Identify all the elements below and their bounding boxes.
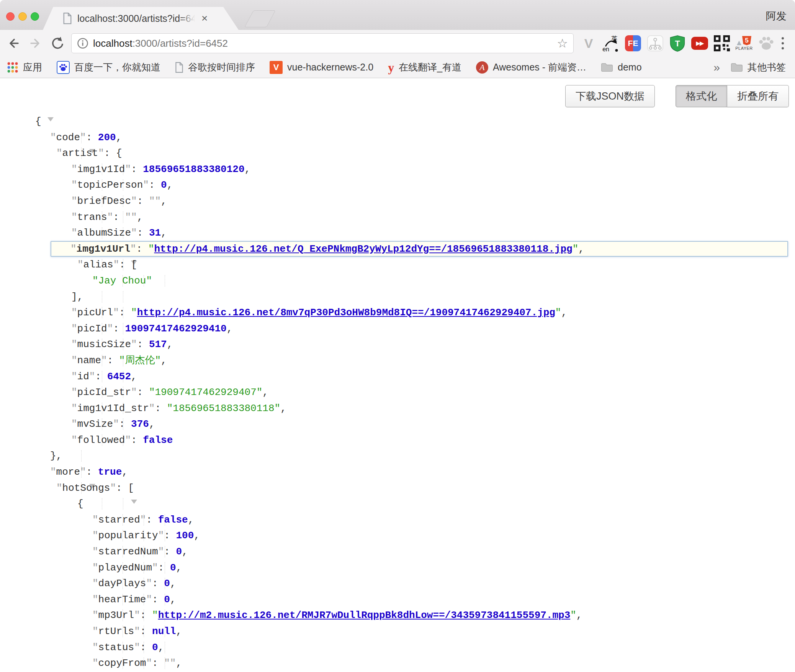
json-punctuation: :	[152, 657, 164, 669]
browser-menu-button[interactable]	[775, 30, 790, 57]
json-key: followed	[77, 434, 125, 446]
json-punctuation: :	[95, 371, 107, 382]
json-quote: "	[71, 179, 77, 191]
json-quote: "	[152, 610, 158, 621]
url-text[interactable]: localhost:3000/artists?id=6452	[93, 38, 228, 49]
window-minimize-button[interactable]	[18, 12, 27, 21]
json-quote: "	[71, 418, 77, 430]
json-quote: "	[134, 626, 140, 637]
json-value: 31	[149, 227, 161, 239]
json-quote: "	[125, 434, 131, 446]
json-quote: "	[125, 164, 131, 175]
json-punctuation: ,	[245, 164, 251, 175]
tab-close-icon[interactable]: ×	[201, 7, 208, 30]
json-punctuation: :	[113, 323, 125, 334]
json-quote: "	[570, 610, 576, 621]
json-link-value[interactable]: http://m2.music.126.net/RMJR7wDullRqppBk…	[158, 610, 571, 621]
json-quote: "	[107, 323, 113, 334]
json-punctuation: ,	[561, 307, 567, 318]
json-line: "starred": false,	[0, 512, 795, 528]
back-button[interactable]	[3, 30, 25, 57]
bookmark-vue-hackernews[interactable]: Vvue-hackernews-2.0	[270, 61, 373, 74]
extension-fe-toolbox-icon[interactable]: FE	[624, 33, 642, 54]
extension-vue-devtools-icon[interactable]: V	[580, 33, 597, 54]
extension-translate-icon[interactable]: 英en	[602, 33, 620, 54]
json-punctuation: ,	[167, 339, 173, 350]
json-punctuation: ,	[149, 418, 155, 430]
json-quote: "	[71, 211, 77, 223]
json-key: hearTime	[98, 594, 146, 605]
json-quote: "	[71, 434, 77, 446]
extension-paw-icon[interactable]	[757, 33, 775, 54]
json-value: false	[143, 434, 173, 446]
json-quote: "	[92, 657, 98, 669]
download-json-button[interactable]: 下载JSON数据	[565, 85, 655, 107]
json-punctuation: :	[137, 227, 149, 239]
json-key: artist	[62, 148, 98, 159]
json-key: albumSize	[77, 227, 131, 239]
page-info-icon[interactable]	[77, 38, 88, 49]
bookmark-other-bookmarks[interactable]: 其他书签	[731, 61, 786, 74]
json-punctuation: :	[158, 562, 170, 574]
json-quote: "	[134, 610, 140, 621]
json-link-value[interactable]: http://p4.music.126.net/Q_ExePNkmgB2yWyL…	[154, 243, 572, 255]
json-quote: "	[275, 403, 281, 414]
bookmark-star-icon[interactable]: ☆	[557, 37, 568, 49]
browser-toolbar: localhost:3000/artists?id=6452 ☆ V英enFET…	[0, 30, 795, 57]
json-line: "albumSize": 31,	[0, 225, 795, 241]
extension-qr-code-icon[interactable]	[713, 33, 731, 54]
reload-button[interactable]	[47, 30, 68, 57]
json-line: "name": "周杰伦",	[0, 353, 795, 369]
json-line: "code": 200,	[0, 130, 795, 146]
json-punctuation: :	[137, 339, 149, 350]
bookmark-baidu[interactable]: 百度一下，你就知道	[57, 61, 160, 74]
bookmarks-overflow-chevron[interactable]: »	[713, 61, 720, 74]
address-bar[interactable]: localhost:3000/artists?id=6452 ☆	[71, 33, 574, 53]
json-key: dayPlays	[98, 578, 146, 589]
json-quote: "	[71, 195, 77, 207]
json-punctuation: {	[35, 116, 41, 127]
json-quote: "	[149, 387, 155, 398]
bookmark-apps[interactable]: 应用	[7, 61, 42, 74]
profile-name[interactable]: 阿发	[766, 9, 787, 23]
extension-sitemap-icon[interactable]	[646, 33, 664, 54]
window-zoom-button[interactable]	[31, 12, 39, 21]
json-quote: "	[131, 387, 137, 398]
bookmark-google-sorted[interactable]: 谷歌按时间排序	[175, 61, 255, 74]
extension-video-downloader-icon[interactable]: ▶▶	[691, 33, 708, 54]
json-link-value[interactable]: http://p4.music.126.net/8mv7qP30Pd3oHW8b…	[137, 307, 555, 318]
json-line: "img1v1Id_str": "18569651883380118",	[0, 401, 795, 417]
json-quote: "	[146, 578, 152, 589]
traffic-lights	[6, 12, 39, 21]
json-key: topicPerson	[77, 179, 143, 191]
bookmark-youdao-translate[interactable]: y在线翻译_有道	[388, 61, 461, 74]
bookmark-demo-folder[interactable]: demo	[601, 62, 642, 73]
baidu-paw-icon	[57, 61, 70, 74]
indent-guide	[165, 642, 165, 653]
new-tab-button[interactable]	[244, 10, 275, 27]
json-quote: "	[77, 259, 83, 270]
browser-tab[interactable]: localhost:3000/artists?id=645 ×	[43, 7, 239, 30]
json-value: 517	[149, 339, 167, 350]
json-key: more	[56, 466, 80, 478]
json-punctuation: :	[136, 243, 148, 255]
json-quote: "	[92, 514, 98, 526]
extension-html5-player-icon[interactable]: 5PLAYER	[735, 33, 753, 54]
json-punctuation: :	[152, 578, 164, 589]
forward-button[interactable]	[25, 30, 46, 57]
json-value: false	[158, 514, 188, 526]
json-punctuation: ,	[576, 610, 582, 621]
bookmark-awesomes[interactable]: AAwesomes - 前端资…	[476, 61, 586, 74]
format-button[interactable]: 格式化	[676, 85, 727, 107]
json-value: 376	[131, 418, 149, 430]
json-quote: "	[146, 275, 152, 287]
svg-text:T: T	[675, 39, 680, 48]
json-punctuation: :	[140, 610, 152, 621]
collapse-all-button[interactable]: 折叠所有	[727, 85, 789, 107]
window-close-button[interactable]	[6, 12, 15, 21]
extension-shield-icon[interactable]: T	[669, 33, 686, 54]
json-key: trans	[77, 211, 107, 223]
json-key: rtUrls	[98, 626, 134, 637]
bookmark-label: 应用	[23, 61, 42, 74]
json-quote: "	[56, 482, 62, 494]
